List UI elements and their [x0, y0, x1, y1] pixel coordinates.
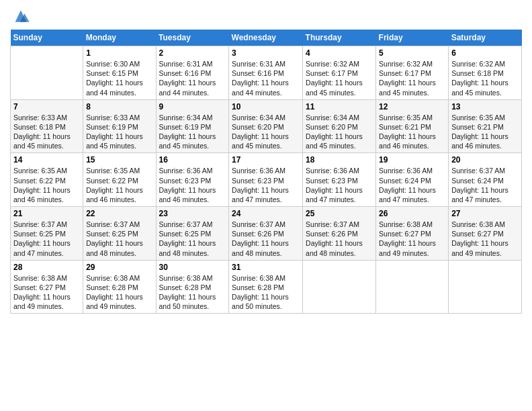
calendar-week-row: 7Sunrise: 6:33 AM Sunset: 6:18 PM Daylig…	[11, 99, 522, 153]
cell-content: Sunrise: 6:37 AM Sunset: 6:25 PM Dayligh…	[13, 220, 80, 258]
calendar-cell	[303, 260, 376, 314]
calendar-cell: 20Sunrise: 6:37 AM Sunset: 6:24 PM Dayli…	[449, 153, 522, 207]
day-number: 22	[86, 209, 152, 218]
calendar-cell: 21Sunrise: 6:37 AM Sunset: 6:25 PM Dayli…	[11, 207, 83, 261]
day-number: 26	[379, 209, 445, 218]
day-number: 28	[13, 263, 80, 272]
calendar-week-row: 14Sunrise: 6:35 AM Sunset: 6:22 PM Dayli…	[11, 153, 522, 207]
cell-content: Sunrise: 6:37 AM Sunset: 6:25 PM Dayligh…	[159, 220, 226, 258]
cell-content: Sunrise: 6:34 AM Sunset: 6:20 PM Dayligh…	[232, 113, 300, 151]
cell-content: Sunrise: 6:33 AM Sunset: 6:19 PM Dayligh…	[86, 113, 152, 151]
cell-content: Sunrise: 6:38 AM Sunset: 6:27 PM Dayligh…	[13, 273, 80, 312]
calendar-cell: 19Sunrise: 6:36 AM Sunset: 6:24 PM Dayli…	[376, 153, 449, 207]
day-number: 16	[159, 155, 226, 165]
day-number: 14	[13, 155, 80, 165]
cell-content: Sunrise: 6:38 AM Sunset: 6:28 PM Dayligh…	[86, 273, 152, 312]
calendar-cell: 7Sunrise: 6:33 AM Sunset: 6:18 PM Daylig…	[11, 99, 83, 153]
calendar-cell: 15Sunrise: 6:35 AM Sunset: 6:22 PM Dayli…	[83, 153, 156, 207]
weekday-header: Saturday	[449, 30, 522, 46]
calendar-cell: 6Sunrise: 6:32 AM Sunset: 6:18 PM Daylig…	[449, 46, 522, 100]
day-number: 20	[451, 155, 519, 165]
calendar-cell: 9Sunrise: 6:34 AM Sunset: 6:19 PM Daylig…	[156, 99, 229, 153]
day-number: 31	[232, 263, 300, 272]
page-header	[10, 7, 522, 26]
calendar-header: SundayMondayTuesdayWednesdayThursdayFrid…	[11, 30, 522, 46]
calendar-cell	[11, 46, 83, 100]
cell-content: Sunrise: 6:33 AM Sunset: 6:18 PM Dayligh…	[13, 113, 80, 151]
calendar-cell: 25Sunrise: 6:37 AM Sunset: 6:26 PM Dayli…	[303, 207, 376, 261]
day-number: 18	[306, 155, 373, 165]
calendar-cell: 12Sunrise: 6:35 AM Sunset: 6:21 PM Dayli…	[376, 99, 449, 153]
day-number: 9	[159, 102, 226, 111]
day-number: 8	[86, 102, 152, 111]
cell-content: Sunrise: 6:31 AM Sunset: 6:16 PM Dayligh…	[232, 59, 300, 97]
calendar-table: SundayMondayTuesdayWednesdayThursdayFrid…	[10, 30, 522, 314]
cell-content: Sunrise: 6:37 AM Sunset: 6:24 PM Dayligh…	[451, 166, 519, 204]
day-number: 4	[306, 48, 373, 58]
calendar-cell: 4Sunrise: 6:32 AM Sunset: 6:17 PM Daylig…	[303, 46, 376, 100]
logo-icon	[11, 7, 30, 26]
cell-content: Sunrise: 6:34 AM Sunset: 6:20 PM Dayligh…	[306, 113, 373, 151]
weekday-header: Thursday	[303, 30, 376, 46]
cell-content: Sunrise: 6:38 AM Sunset: 6:28 PM Dayligh…	[159, 273, 226, 312]
calendar-cell: 26Sunrise: 6:38 AM Sunset: 6:27 PM Dayli…	[376, 207, 449, 261]
cell-content: Sunrise: 6:31 AM Sunset: 6:16 PM Dayligh…	[159, 59, 226, 97]
day-number: 3	[232, 48, 300, 58]
calendar-cell: 30Sunrise: 6:38 AM Sunset: 6:28 PM Dayli…	[156, 260, 229, 314]
cell-content: Sunrise: 6:37 AM Sunset: 6:26 PM Dayligh…	[306, 220, 373, 258]
calendar-cell	[376, 260, 449, 314]
cell-content: Sunrise: 6:36 AM Sunset: 6:24 PM Dayligh…	[379, 166, 445, 204]
day-number: 25	[306, 209, 373, 218]
cell-content: Sunrise: 6:35 AM Sunset: 6:22 PM Dayligh…	[13, 166, 80, 204]
day-number: 21	[13, 209, 80, 218]
calendar-week-row: 28Sunrise: 6:38 AM Sunset: 6:27 PM Dayli…	[11, 260, 522, 314]
calendar-cell: 29Sunrise: 6:38 AM Sunset: 6:28 PM Dayli…	[83, 260, 156, 314]
day-number: 2	[159, 48, 226, 58]
cell-content: Sunrise: 6:35 AM Sunset: 6:21 PM Dayligh…	[379, 113, 445, 151]
day-number: 27	[451, 209, 519, 218]
day-number: 5	[379, 48, 445, 58]
day-number: 23	[159, 209, 226, 218]
calendar-cell: 16Sunrise: 6:36 AM Sunset: 6:23 PM Dayli…	[156, 153, 229, 207]
day-number: 15	[86, 155, 152, 165]
weekday-header: Tuesday	[156, 30, 229, 46]
day-number: 13	[451, 102, 519, 111]
calendar-cell: 17Sunrise: 6:36 AM Sunset: 6:23 PM Dayli…	[229, 153, 303, 207]
cell-content: Sunrise: 6:38 AM Sunset: 6:28 PM Dayligh…	[232, 273, 300, 312]
weekday-header: Monday	[83, 30, 156, 46]
cell-content: Sunrise: 6:32 AM Sunset: 6:18 PM Dayligh…	[451, 59, 519, 97]
cell-content: Sunrise: 6:34 AM Sunset: 6:19 PM Dayligh…	[159, 113, 226, 151]
cell-content: Sunrise: 6:37 AM Sunset: 6:25 PM Dayligh…	[86, 220, 152, 258]
calendar-cell: 3Sunrise: 6:31 AM Sunset: 6:16 PM Daylig…	[229, 46, 303, 100]
calendar-cell: 28Sunrise: 6:38 AM Sunset: 6:27 PM Dayli…	[11, 260, 83, 314]
cell-content: Sunrise: 6:36 AM Sunset: 6:23 PM Dayligh…	[159, 166, 226, 204]
calendar-cell	[449, 260, 522, 314]
day-number: 1	[86, 48, 152, 58]
calendar-week-row: 21Sunrise: 6:37 AM Sunset: 6:25 PM Dayli…	[11, 207, 522, 261]
calendar-cell: 23Sunrise: 6:37 AM Sunset: 6:25 PM Dayli…	[156, 207, 229, 261]
calendar-cell: 22Sunrise: 6:37 AM Sunset: 6:25 PM Dayli…	[83, 207, 156, 261]
weekday-header: Friday	[376, 30, 449, 46]
calendar-cell: 18Sunrise: 6:36 AM Sunset: 6:23 PM Dayli…	[303, 153, 376, 207]
weekday-header: Wednesday	[229, 30, 303, 46]
calendar-cell: 13Sunrise: 6:35 AM Sunset: 6:21 PM Dayli…	[449, 99, 522, 153]
logo	[10, 7, 30, 26]
cell-content: Sunrise: 6:37 AM Sunset: 6:26 PM Dayligh…	[232, 220, 300, 258]
day-number: 7	[13, 102, 80, 111]
cell-content: Sunrise: 6:38 AM Sunset: 6:27 PM Dayligh…	[451, 220, 519, 258]
calendar-cell: 24Sunrise: 6:37 AM Sunset: 6:26 PM Dayli…	[229, 207, 303, 261]
calendar-cell: 1Sunrise: 6:30 AM Sunset: 6:15 PM Daylig…	[83, 46, 156, 100]
cell-content: Sunrise: 6:36 AM Sunset: 6:23 PM Dayligh…	[232, 166, 300, 204]
calendar-cell: 2Sunrise: 6:31 AM Sunset: 6:16 PM Daylig…	[156, 46, 229, 100]
day-number: 12	[379, 102, 445, 111]
calendar-cell: 10Sunrise: 6:34 AM Sunset: 6:20 PM Dayli…	[229, 99, 303, 153]
cell-content: Sunrise: 6:38 AM Sunset: 6:27 PM Dayligh…	[379, 220, 445, 258]
cell-content: Sunrise: 6:30 AM Sunset: 6:15 PM Dayligh…	[86, 59, 152, 97]
day-number: 11	[306, 102, 373, 111]
calendar-cell: 14Sunrise: 6:35 AM Sunset: 6:22 PM Dayli…	[11, 153, 83, 207]
day-number: 30	[159, 263, 226, 272]
calendar-week-row: 1Sunrise: 6:30 AM Sunset: 6:15 PM Daylig…	[11, 46, 522, 100]
calendar-cell: 5Sunrise: 6:32 AM Sunset: 6:17 PM Daylig…	[376, 46, 449, 100]
calendar-cell: 31Sunrise: 6:38 AM Sunset: 6:28 PM Dayli…	[229, 260, 303, 314]
cell-content: Sunrise: 6:32 AM Sunset: 6:17 PM Dayligh…	[306, 59, 373, 97]
